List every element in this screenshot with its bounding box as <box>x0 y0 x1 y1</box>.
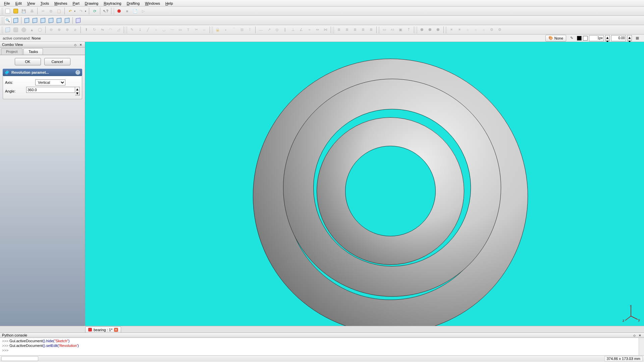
view-top-icon[interactable] <box>31 17 39 24</box>
fillet-icon[interactable]: ◠ <box>107 26 114 34</box>
chevron-up-icon[interactable]: ˆ <box>75 70 80 75</box>
draft-trim-icon[interactable]: ✂ <box>193 26 200 34</box>
sketch-new-icon[interactable]: ✎ <box>128 26 136 34</box>
draft-layer3-icon[interactable]: ≣ <box>351 26 359 34</box>
menu-drawing[interactable]: Drawing <box>82 1 101 6</box>
line-color-swatch[interactable] <box>583 36 588 41</box>
ray-tool5-icon[interactable]: ○ <box>480 26 487 34</box>
constraint-horizontal-icon[interactable]: ⊟ <box>238 26 246 34</box>
combo-view-titlebar[interactable]: Combo View ◇ ✕ <box>0 42 85 48</box>
constraint-parallel-icon[interactable]: ∥ <box>281 26 289 34</box>
toolbar-handle[interactable] <box>1 17 3 24</box>
drafting-view-icon[interactable]: ▣ <box>397 26 404 34</box>
menu-meshes[interactable]: Meshes <box>52 1 70 6</box>
prim-sphere-icon[interactable] <box>20 26 28 34</box>
prim-box-icon[interactable] <box>4 26 11 34</box>
close-tab-icon[interactable]: ✕ <box>114 328 118 332</box>
open-file-icon[interactable] <box>12 7 19 15</box>
undock-icon[interactable]: ◇ <box>73 43 77 47</box>
chamfer-icon[interactable]: ◿ <box>115 26 122 34</box>
draft-layer5-icon[interactable]: ≣ <box>367 26 375 34</box>
undo-dropdown[interactable]: ▾ <box>74 10 77 13</box>
undo-icon[interactable]: ↶ <box>66 7 74 15</box>
linewidth-input[interactable] <box>589 35 604 41</box>
ray-tool2-icon[interactable]: ☀ <box>456 26 463 34</box>
whats-this-icon[interactable]: ↖? <box>102 7 109 15</box>
toolbar-handle[interactable] <box>125 26 127 33</box>
tab-tasks[interactable]: Tasks <box>23 48 43 55</box>
constraint-symm-icon[interactable]: ⇔ <box>314 26 321 34</box>
constraint-fix-icon[interactable]: ⋈ <box>322 26 329 34</box>
draft-text-icon[interactable]: T <box>184 26 192 34</box>
mesh-tool3-icon[interactable]: ⬢ <box>434 26 442 34</box>
3d-viewport[interactable]: x y z <box>85 42 644 326</box>
view-rear-icon[interactable] <box>47 17 55 24</box>
color-none-button[interactable]: 🎨 None <box>545 35 566 42</box>
menu-drafting[interactable]: Drafting <box>124 1 143 6</box>
axis-select[interactable]: Vertical <box>35 79 65 85</box>
console-scrollbar[interactable] <box>639 338 644 355</box>
ok-button[interactable]: OK <box>15 58 41 65</box>
bool-fuse-icon[interactable]: ⊕ <box>55 26 63 34</box>
draft-line-icon[interactable]: ╱ <box>144 26 152 34</box>
prim-cylinder-icon[interactable] <box>12 26 19 34</box>
revolution-section-header[interactable]: 🥏 Revolution paramet... ˆ <box>3 69 82 76</box>
close-icon[interactable]: ✕ <box>638 334 642 337</box>
toolbar-handle[interactable] <box>1 26 3 33</box>
value-spinner[interactable]: ▲▼ <box>627 35 632 41</box>
draft-layer4-icon[interactable]: ≣ <box>359 26 367 34</box>
menu-raytracing[interactable]: Raytracing <box>101 1 124 6</box>
mirror-icon[interactable]: ⇋ <box>99 26 106 34</box>
fill-color-swatch[interactable] <box>577 36 582 41</box>
draft-layer1-icon[interactable]: ≣ <box>335 26 342 34</box>
macro-play-icon[interactable]: ▷ <box>140 7 147 15</box>
angle-spinner[interactable]: ▲▼ <box>75 87 80 96</box>
draft-layer2-icon[interactable]: ≣ <box>343 26 351 34</box>
prim-cone-icon[interactable]: ▲ <box>28 26 36 34</box>
revolve-icon[interactable]: ↻ <box>91 26 98 34</box>
ray-tool6-icon[interactable]: ⚙ <box>488 26 495 34</box>
ray-tool3-icon[interactable]: ○ <box>464 26 471 34</box>
document-tab-bearing[interactable]: bearing : 1* ✕ <box>85 326 121 333</box>
mesh-tool2-icon[interactable]: ⬢ <box>426 26 434 34</box>
menu-windows[interactable]: Windows <box>142 1 163 6</box>
menu-help[interactable]: Help <box>163 1 176 6</box>
tab-project[interactable]: Project <box>1 48 22 55</box>
constraint-hdist-icon[interactable]: — <box>257 26 265 34</box>
color-picker-icon[interactable]: ✎ <box>568 35 575 42</box>
menu-file[interactable]: File <box>1 1 13 6</box>
drafting-a3-icon[interactable]: A3 <box>389 26 396 34</box>
ray-tool7-icon[interactable]: ⚙ <box>496 26 503 34</box>
view-axo-icon[interactable] <box>12 17 19 24</box>
copy-icon[interactable]: ⧉ <box>47 7 55 15</box>
view-iso-icon[interactable] <box>74 17 82 24</box>
ray-tool1-icon[interactable]: ☀ <box>448 26 455 34</box>
constraint-vertical-icon[interactable]: ⊺ <box>246 26 254 34</box>
save-icon[interactable]: 💾 <box>20 7 28 15</box>
cut-icon[interactable]: ✂ <box>39 7 47 15</box>
cancel-button[interactable]: Cancel <box>44 58 70 65</box>
constraint-perp-icon[interactable]: ⊥ <box>289 26 297 34</box>
fit-all-icon[interactable]: 🔍 <box>4 17 11 24</box>
macro-record-icon[interactable] <box>115 7 123 15</box>
drafting-export-icon[interactable]: ⤒ <box>405 26 412 34</box>
ray-tool4-icon[interactable]: ○ <box>472 26 479 34</box>
constraint-equal-icon[interactable]: ＝ <box>306 26 313 34</box>
view-front-icon[interactable] <box>23 17 31 24</box>
constraint-lock-icon[interactable]: 🔒 <box>214 26 221 34</box>
python-console-titlebar[interactable]: Python console ◇ ✕ <box>0 333 644 338</box>
view-left-icon[interactable] <box>63 17 71 24</box>
draft-polyline-icon[interactable]: 〰 <box>168 26 176 34</box>
print-icon[interactable]: 🖶 <box>28 7 36 15</box>
linewidth-spinner[interactable]: ▲▼ <box>605 35 610 41</box>
apply-icon[interactable]: ▦ <box>634 35 641 42</box>
paste-icon[interactable]: 📋 <box>55 7 63 15</box>
status-left-tab[interactable] <box>1 356 38 361</box>
draft-rect-icon[interactable]: ▭ <box>176 26 184 34</box>
toolbar-handle[interactable] <box>378 26 380 33</box>
constraint-tangent-icon[interactable]: ⌒ <box>230 26 237 34</box>
angle-input[interactable] <box>26 87 75 93</box>
view-right-icon[interactable] <box>39 17 47 24</box>
extrude-icon[interactable]: ⬆ <box>83 26 90 34</box>
undock-icon[interactable]: ◇ <box>632 334 637 337</box>
